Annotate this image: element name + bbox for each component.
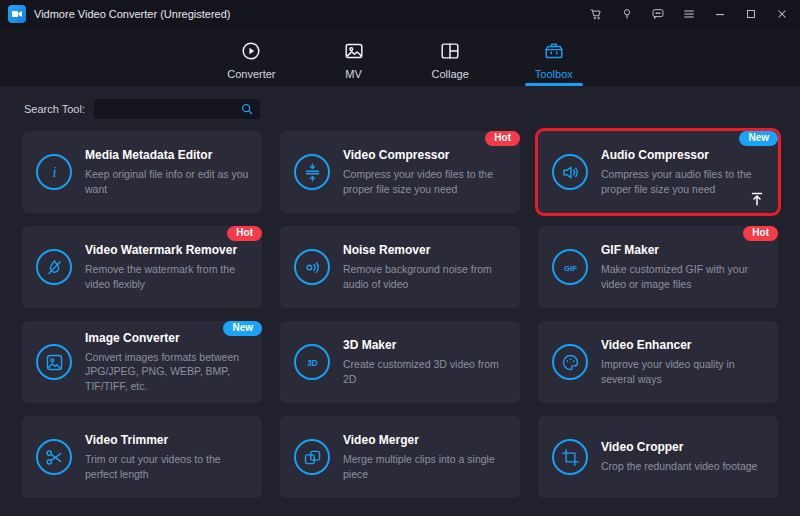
cropper-icon	[552, 439, 588, 475]
card-video-merger[interactable]: Video MergerMerge multiple clips into a …	[280, 416, 520, 498]
card-text: Media Metadata EditorKeep original file …	[85, 148, 254, 195]
card-title: Audio Compressor	[601, 148, 770, 162]
tab-mv[interactable]: MV	[326, 28, 382, 86]
audio-compressor-icon	[552, 154, 588, 190]
tab-toolbox[interactable]: Toolbox	[519, 28, 589, 86]
search-row: Search Tool:	[0, 86, 800, 119]
tab-label: MV	[345, 68, 362, 80]
image-converter-icon	[36, 344, 72, 380]
close-button[interactable]	[774, 6, 790, 22]
card-title: Video Compressor	[343, 148, 512, 162]
search-icon[interactable]	[239, 101, 255, 117]
hot-badge: Hot	[743, 226, 778, 241]
card-desc: Convert images formats between JPG/JPEG,…	[85, 350, 254, 393]
card-media-metadata-editor[interactable]: iMedia Metadata EditorKeep original file…	[22, 131, 262, 213]
card-desc: Create customized 3D video from 2D	[343, 357, 512, 385]
menu-icon[interactable]	[681, 6, 697, 22]
card-text: Video CompressorCompress your video file…	[343, 148, 512, 195]
card-title: Video Cropper	[601, 440, 757, 454]
card-video-trimmer[interactable]: Video TrimmerTrim or cut your videos to …	[22, 416, 262, 498]
card-video-enhancer[interactable]: Video EnhancerImprove your video quality…	[538, 321, 778, 403]
card-image-converter[interactable]: Image ConverterConvert images formats be…	[22, 321, 262, 403]
tab-converter[interactable]: Converter	[211, 28, 291, 86]
collage-icon	[438, 39, 462, 63]
card-text: Video Watermark RemoverRemove the waterm…	[85, 243, 254, 290]
card-desc: Make customized GIF with your video or i…	[601, 262, 770, 290]
card-title: Video Merger	[343, 433, 512, 447]
card-desc: Trim or cut your videos to the perfect l…	[85, 452, 254, 480]
card-text: Noise RemoverRemove background noise fro…	[343, 243, 512, 290]
main-tabs: ConverterMVCollageToolbox	[0, 28, 800, 86]
svg-text:i: i	[52, 163, 56, 179]
card-title: 3D Maker	[343, 338, 512, 352]
titlebar: Vidmore Video Converter (Unregistered)	[0, 0, 800, 28]
window-title: Vidmore Video Converter (Unregistered)	[34, 8, 230, 20]
toolbox-grid: iMedia Metadata EditorKeep original file…	[0, 119, 800, 498]
toolbox-icon	[542, 39, 566, 63]
card-text: Video TrimmerTrim or cut your videos to …	[85, 433, 254, 480]
card-text: Video MergerMerge multiple clips into a …	[343, 433, 512, 480]
card-desc: Improve your video quality in several wa…	[601, 357, 770, 385]
info-icon: i	[36, 154, 72, 190]
noise-remover-icon	[294, 249, 330, 285]
card-text: GIF MakerMake customized GIF with your v…	[601, 243, 770, 290]
card-desc: Keep original file info or edit as you w…	[85, 167, 254, 195]
merger-icon	[294, 439, 330, 475]
card-desc: Crop the redundant video footage	[601, 459, 757, 473]
minimize-button[interactable]	[712, 6, 728, 22]
gif-icon: GIF	[552, 249, 588, 285]
card-text: 3D MakerCreate customized 3D video from …	[343, 338, 512, 385]
card-title: Noise Remover	[343, 243, 512, 257]
hot-badge: Hot	[485, 131, 520, 146]
card-title: GIF Maker	[601, 243, 770, 257]
tab-label: Collage	[432, 68, 469, 80]
card-title: Video Trimmer	[85, 433, 254, 447]
feedback-icon[interactable]	[650, 6, 666, 22]
card-noise-remover[interactable]: Noise RemoverRemove background noise fro…	[280, 226, 520, 308]
maximize-button[interactable]	[743, 6, 759, 22]
search-box	[94, 99, 260, 119]
card-text: Video CropperCrop the redundant video fo…	[601, 440, 757, 473]
card-title: Video Watermark Remover	[85, 243, 254, 257]
card-3d-maker[interactable]: 3D3D MakerCreate customized 3D video fro…	[280, 321, 520, 403]
search-input[interactable]	[103, 102, 239, 116]
video-compressor-icon	[294, 154, 330, 190]
cart-icon[interactable]	[588, 6, 604, 22]
card-desc: Compress your video files to the proper …	[343, 167, 512, 195]
new-badge: New	[223, 321, 262, 336]
card-text: Image ConverterConvert images formats be…	[85, 331, 254, 393]
tab-collage[interactable]: Collage	[416, 28, 485, 86]
new-badge: New	[739, 131, 778, 146]
converter-icon	[239, 39, 263, 63]
tab-label: Converter	[227, 68, 275, 80]
card-audio-compressor[interactable]: Audio CompressorCompress your audio file…	[538, 131, 778, 213]
svg-text:GIF: GIF	[563, 263, 576, 272]
enhancer-icon	[552, 344, 588, 380]
card-desc: Compress your audio files to the proper …	[601, 167, 770, 195]
card-desc: Remove background noise from audio of vi…	[343, 262, 512, 290]
card-video-compressor[interactable]: Video CompressorCompress your video file…	[280, 131, 520, 213]
mv-icon	[342, 39, 366, 63]
app-logo-icon	[8, 5, 26, 23]
card-desc: Merge multiple clips into a single piece	[343, 452, 512, 480]
titlebar-actions	[588, 6, 790, 22]
trimmer-icon	[36, 439, 72, 475]
app-window: Vidmore Video Converter (Unregistered)	[0, 0, 800, 516]
card-title: Video Enhancer	[601, 338, 770, 352]
search-label: Search Tool:	[24, 103, 85, 115]
watermark-remover-icon	[36, 249, 72, 285]
lamp-icon[interactable]	[619, 6, 635, 22]
card-gif-maker[interactable]: GIFGIF MakerMake customized GIF with you…	[538, 226, 778, 308]
hot-badge: Hot	[227, 226, 262, 241]
card-video-watermark-remover[interactable]: Video Watermark RemoverRemove the waterm…	[22, 226, 262, 308]
card-text: Audio CompressorCompress your audio file…	[601, 148, 770, 195]
svg-text:3D: 3D	[307, 357, 318, 367]
card-text: Video EnhancerImprove your video quality…	[601, 338, 770, 385]
tab-label: Toolbox	[535, 68, 573, 80]
scroll-to-top-icon[interactable]	[748, 190, 766, 208]
3d-icon: 3D	[294, 344, 330, 380]
card-desc: Remove the watermark from the video flex…	[85, 262, 254, 290]
card-video-cropper[interactable]: Video CropperCrop the redundant video fo…	[538, 416, 778, 498]
card-title: Media Metadata Editor	[85, 148, 254, 162]
